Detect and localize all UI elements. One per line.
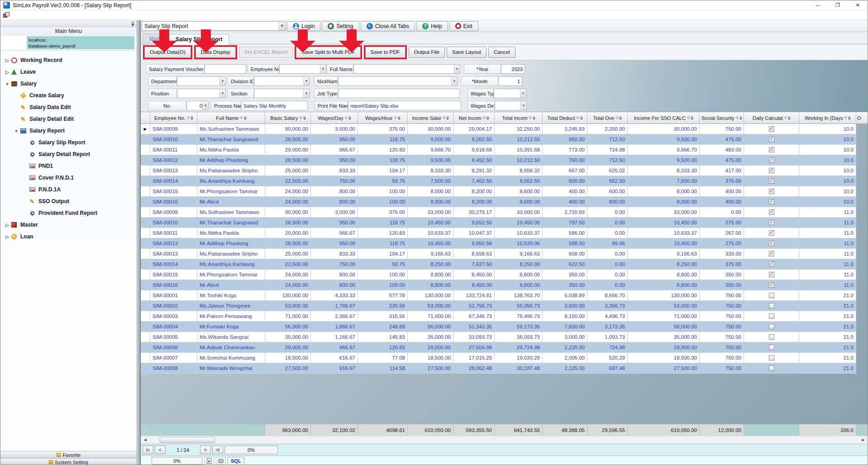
sidebar-item-working-record[interactable]: ▷Working Record bbox=[0, 54, 137, 66]
grid-cell[interactable]: 10,212.50 bbox=[495, 155, 543, 166]
employee-no-cell[interactable]: SIM-00007 bbox=[150, 353, 197, 363]
full-name-cell[interactable]: Mr.Phongsakorn Tammar bbox=[197, 186, 265, 197]
grid-cell[interactable]: 350.00 bbox=[700, 270, 744, 280]
working-days-cell[interactable]: 10.0 bbox=[799, 186, 856, 197]
working-days-cell[interactable]: 21.0 bbox=[799, 322, 856, 332]
grid-cell[interactable]: 712.50 bbox=[587, 155, 628, 166]
chevron-down-icon[interactable]: ▼ bbox=[278, 22, 285, 30]
row-selector-cell[interactable] bbox=[141, 270, 150, 280]
grid-cell[interactable]: 800.00 bbox=[311, 186, 358, 197]
pin-icon[interactable] bbox=[244, 117, 246, 119]
daily-calculate-checkbox[interactable] bbox=[769, 293, 774, 298]
grid-cell[interactable]: 966.67 bbox=[311, 342, 358, 353]
grid-cell[interactable]: 950.00 bbox=[543, 134, 587, 145]
daily-calculate-checkbox[interactable] bbox=[769, 199, 774, 204]
daily-calculate-cell[interactable] bbox=[744, 228, 799, 238]
grid-cell[interactable]: 9,666.70 bbox=[628, 145, 700, 155]
daily-calculate-checkbox[interactable] bbox=[769, 220, 774, 225]
grid-cell[interactable]: 8,333.30 bbox=[628, 166, 700, 176]
grid-cell[interactable]: 75,496.73 bbox=[495, 311, 543, 322]
grid-cell[interactable]: 8,200.00 bbox=[453, 186, 495, 197]
grid-cell[interactable]: 7,462.50 bbox=[453, 176, 495, 186]
sidebar-item-sso-output[interactable]: ✎SSO Output bbox=[0, 195, 137, 207]
grid-cell[interactable]: 350.00 bbox=[700, 280, 744, 290]
scroll-right-icon[interactable]: ▶ bbox=[860, 437, 867, 443]
table-row[interactable]: SIM-00001Mr.Toshiki Koga130,000.004,333.… bbox=[141, 290, 868, 301]
full-name-combo[interactable]: ▼ bbox=[353, 64, 460, 74]
clipped-cell[interactable] bbox=[856, 259, 868, 270]
table-row[interactable]: SIM-00004Mr.Fumiaki Koga56,000.001,866.6… bbox=[141, 322, 868, 332]
column-header-net-incom[interactable]: Net Incom▽ bbox=[453, 112, 495, 124]
sidebar-item-salary-detail-report[interactable]: Salary Detail Report bbox=[0, 148, 137, 160]
pin-icon[interactable] bbox=[304, 117, 305, 119]
column-header-daily-calculat[interactable]: Daily Calculat▽ bbox=[744, 112, 799, 124]
grid-cell[interactable]: 586.00 bbox=[543, 228, 587, 238]
row-selector-cell[interactable] bbox=[141, 342, 150, 353]
grid-cell[interactable]: 8,000.00 bbox=[408, 186, 453, 197]
filter-funnel-icon[interactable]: ▽ bbox=[345, 116, 348, 120]
grid-cell[interactable]: 0.00 bbox=[700, 207, 744, 218]
grid-cell[interactable]: 7,500.00 bbox=[408, 176, 453, 186]
employee-no-cell[interactable]: SIM-00004 bbox=[150, 322, 197, 332]
grid-cell[interactable]: 51,343.35 bbox=[453, 322, 495, 332]
grid-cell[interactable]: 750.00 bbox=[700, 301, 744, 311]
tools-button[interactable] bbox=[216, 457, 226, 465]
grid-cell[interactable]: 833.33 bbox=[311, 249, 358, 259]
filter-funnel-icon[interactable]: ▽ bbox=[240, 116, 243, 120]
column-header-employee-no[interactable]: Employee No.▽ bbox=[150, 112, 197, 124]
grid-cell[interactable]: 350.00 bbox=[543, 270, 587, 280]
working-days-cell[interactable]: 11.0 bbox=[799, 218, 856, 228]
grid-cell[interactable]: 32,250.00 bbox=[495, 124, 543, 134]
grid-cell[interactable]: 52,756.73 bbox=[453, 301, 495, 311]
favorite-panel-bar[interactable]: Favorite bbox=[0, 451, 137, 458]
full-name-cell[interactable]: Mr.Toshiki Koga bbox=[197, 290, 265, 301]
grid-cell[interactable]: 248.89 bbox=[358, 322, 408, 332]
working-days-cell[interactable]: 21.0 bbox=[799, 342, 856, 353]
grid-cell[interactable]: 1,766.67 bbox=[311, 301, 358, 311]
clipped-cell[interactable] bbox=[856, 207, 868, 218]
tree-expander-icon[interactable]: ▷ bbox=[4, 58, 10, 63]
daily-calculate-checkbox[interactable] bbox=[769, 209, 774, 215]
grid-cell[interactable]: 9,500.00 bbox=[628, 155, 700, 166]
employee-no-cell[interactable]: SIM-00010 bbox=[150, 218, 197, 228]
table-row[interactable]: SIM-00007Mr.Somchai Kummuang18,500.00616… bbox=[141, 353, 868, 363]
grid-cell[interactable]: 100.00 bbox=[358, 280, 408, 290]
grid-cell[interactable]: 8,200.00 bbox=[453, 197, 495, 207]
daily-calculate-checkbox[interactable] bbox=[769, 241, 774, 246]
grid-cell[interactable]: 275.00 bbox=[700, 238, 744, 249]
grid-cell[interactable]: 3,245.83 bbox=[543, 124, 587, 134]
grid-cell[interactable]: 8,800.00 bbox=[495, 270, 543, 280]
clipped-cell[interactable] bbox=[856, 166, 868, 176]
employee-no-cell[interactable]: SIM-00003 bbox=[150, 311, 197, 322]
working-days-cell[interactable]: 10.0 bbox=[799, 155, 856, 166]
daily-calculate-checkbox[interactable] bbox=[769, 137, 774, 142]
export-report-button[interactable] bbox=[204, 457, 214, 465]
filter-funnel-icon[interactable]: ▽ bbox=[844, 116, 847, 120]
grid-cell[interactable]: 608.00 bbox=[543, 249, 587, 259]
close-all-tabs-button[interactable]: ↻Close All Tabs bbox=[361, 21, 415, 31]
prev-page-button[interactable]: < bbox=[155, 446, 166, 454]
clipped-cell[interactable] bbox=[856, 332, 868, 342]
row-selector-cell[interactable]: ▶ bbox=[141, 124, 150, 134]
employee-no-cell[interactable]: SIM-00015 bbox=[150, 270, 197, 280]
grid-cell[interactable]: 10,450.00 bbox=[628, 238, 700, 249]
grid-cell[interactable]: 27,500.00 bbox=[628, 363, 700, 374]
sidebar-item-p-n-d-1a[interactable]: P.N.D.1A bbox=[0, 184, 137, 195]
full-name-cell[interactable]: Ms.Jaiwun Thongmee bbox=[197, 301, 265, 311]
pin-icon[interactable] bbox=[533, 117, 535, 119]
column-header-wages-hour[interactable]: Wages/Hour▽ bbox=[358, 112, 408, 124]
table-row[interactable]: SIM-00015Mr.Phongsakorn Tammar24,000.008… bbox=[141, 186, 868, 197]
grid-cell[interactable]: 333.00 bbox=[700, 249, 744, 259]
grid-cell[interactable]: 600.00 bbox=[587, 197, 628, 207]
table-row[interactable]: SIM-00015Mr.Phongsakorn Tammar24,000.008… bbox=[141, 270, 868, 280]
exit-button[interactable]: Exit bbox=[449, 21, 478, 31]
column-header-total-incom[interactable]: Total Incom▽ bbox=[495, 112, 543, 124]
clipped-cell[interactable] bbox=[856, 145, 868, 155]
daily-calculate-checkbox[interactable] bbox=[769, 355, 774, 361]
grid-cell[interactable]: 10,450.00 bbox=[408, 218, 453, 228]
working-days-cell[interactable]: 11.0 bbox=[799, 270, 856, 280]
full-name-cell[interactable]: Mr.Abcd bbox=[197, 197, 265, 207]
grid-cell[interactable]: 562.50 bbox=[587, 176, 628, 186]
daily-calculate-cell[interactable] bbox=[744, 124, 799, 134]
grid-cell[interactable]: 18,500.00 bbox=[265, 353, 311, 363]
